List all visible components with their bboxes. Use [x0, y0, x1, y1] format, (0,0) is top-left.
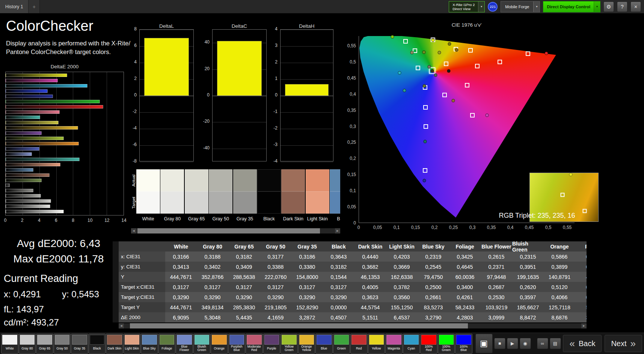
patch-button-100-red[interactable]: 100% Red	[420, 334, 437, 354]
patch-button-100-blue[interactable]: 100% Blue	[455, 334, 472, 354]
patch-button-gray-35[interactable]: Gray 35	[71, 334, 88, 354]
table-row-selector[interactable]	[113, 272, 119, 282]
table-row-selector[interactable]	[113, 252, 119, 262]
patch-color-swatch	[247, 335, 262, 345]
table-scroll-thumb[interactable]	[130, 323, 468, 328]
patch-button-gray-50[interactable]: Gray 50	[54, 334, 71, 354]
close-button[interactable]: ×	[630, 2, 641, 12]
cie-target-square	[465, 83, 469, 87]
delta-y-tick-label: 1	[275, 76, 278, 81]
deltae-bar-foliage	[6, 179, 42, 182]
table-cell: 46,2	[575, 272, 587, 282]
patch-button-red[interactable]: Red	[350, 334, 368, 354]
table-scroll-track[interactable]	[124, 323, 581, 328]
table-cell: 0,4203	[386, 252, 418, 262]
deltae-bar-magenta	[6, 79, 58, 82]
table-cell: 83,5273	[418, 302, 449, 312]
patch-button-orange[interactable]: Orange	[211, 334, 228, 354]
swatch-scrollbar[interactable]: ◀ ▶	[131, 228, 340, 233]
delta-gridline	[140, 30, 193, 30]
capture-button[interactable]: ▤	[550, 338, 561, 349]
patch-button-purplish-blue[interactable]: Purplish Blue	[228, 334, 246, 354]
cie-y-tick-label: 0	[353, 220, 356, 226]
patch-button-gray-65[interactable]: Gray 65	[36, 334, 53, 354]
pattern-window-button[interactable]: ▣	[475, 334, 493, 353]
swatch-scroll-track[interactable]	[136, 228, 335, 233]
patch-button-moderate-red[interactable]: Moderate Red	[246, 334, 263, 354]
back-button[interactable]: « Back	[563, 335, 602, 352]
patch-button-cyan[interactable]: Cyan	[403, 334, 420, 354]
play-button[interactable]: ▶	[507, 338, 518, 349]
deltae-bar-gray-80	[6, 205, 50, 208]
table-cell: 352,8766	[197, 272, 228, 282]
delta-gridline	[281, 30, 333, 30]
table-row-selector[interactable]	[113, 292, 119, 302]
stop-button[interactable]: ■	[494, 338, 505, 349]
add-tab-button[interactable]: +	[29, 0, 40, 13]
patch-button-blue[interactable]: Blue	[315, 334, 333, 354]
table-row-selector[interactable]	[113, 302, 119, 312]
patch-button-dark-skin[interactable]: Dark Skin	[106, 334, 123, 354]
patch-button-magenta[interactable]: Magenta	[385, 334, 403, 354]
patch-label: Orange	[212, 345, 227, 352]
patch-color-swatch	[317, 335, 332, 345]
patch-label: Purplish Blue	[229, 345, 244, 352]
table-cell: 0,26	[575, 292, 587, 302]
delta-gridline	[213, 96, 266, 96]
cie-measurement-dot	[438, 51, 441, 54]
patch-button-white[interactable]: White	[1, 334, 18, 354]
patch-button-bluish-green[interactable]: Bluish Green	[193, 334, 211, 354]
cie-inset-dot	[569, 173, 573, 176]
max-de2000-value: Max dE2000: 11,78	[0, 253, 117, 265]
loop-button[interactable]: ∞	[537, 338, 548, 349]
display-control-dropdown[interactable]: Direct Display Control ▼	[543, 1, 600, 12]
patch-button-100-green[interactable]: 100% Green	[438, 334, 455, 354]
meter-dropdown[interactable]: X-Rite i1Pro 2 Direct View ▼	[449, 1, 485, 12]
delta-y-tick-label: 0	[275, 92, 278, 98]
scroll-right-icon[interactable]: ▶	[335, 228, 340, 233]
cie-y-tick-label: 0,55	[347, 43, 356, 48]
deltae-bar-teal	[6, 116, 40, 119]
record-button[interactable]: ◉	[520, 338, 531, 349]
scroll-left-icon[interactable]: ◀	[119, 323, 124, 328]
table-cell: 285,3830	[228, 302, 260, 312]
table-row-selector[interactable]	[113, 282, 119, 292]
deltac-bar	[217, 41, 262, 96]
patch-button-orange-yellow[interactable]: Orange Yellow	[298, 334, 315, 354]
history-tab[interactable]: History 1	[0, 0, 29, 13]
table-scrollbar[interactable]: ◀ ▶	[119, 323, 587, 328]
patch-label: Moderate Red	[247, 345, 262, 352]
settings-button[interactable]: ⚙	[603, 2, 614, 12]
patch-button-light-skin[interactable]: Light Skin	[124, 334, 141, 354]
help-button[interactable]: ?	[617, 2, 627, 12]
table-cell: 185,6627	[512, 302, 544, 312]
cie-x-axis: 00,050,10,150,20,250,30,350,40,450,50,55	[359, 225, 575, 231]
patch-button-blue-sky[interactable]: Blue Sky	[141, 334, 158, 354]
delta-y-tick-label: -2	[133, 109, 137, 114]
table-row: Target x:CIE310,31270,31270,31270,31270,…	[113, 282, 587, 292]
table-row-selector[interactable]	[113, 262, 119, 272]
patch-button-foliage[interactable]: Foliage	[158, 334, 176, 354]
patch-button-yellow-green[interactable]: Yellow Green	[281, 334, 298, 354]
scroll-left-icon[interactable]: ◀	[131, 228, 136, 233]
patch-label: Dark Skin	[107, 345, 122, 352]
patch-label: Blue Flower	[177, 345, 192, 352]
patch-button-black[interactable]: Black	[89, 334, 106, 354]
patch-button-gray-80[interactable]: Gray 80	[19, 334, 36, 354]
workflow-dropdown[interactable]: Mobile Forge ▼	[501, 1, 540, 12]
patch-button-purple[interactable]: Purple	[263, 334, 281, 354]
patch-button-green[interactable]: Green	[333, 334, 350, 354]
swatch-scroll-thumb[interactable]	[137, 228, 320, 233]
page-subtitle: Display analysis is performed with the X…	[6, 39, 130, 56]
next-button[interactable]: Next »	[605, 335, 642, 352]
cie-target-square	[424, 124, 428, 129]
table-cell: 0,3623	[354, 292, 386, 302]
patch-button-blue-flower[interactable]: Blue Flower	[176, 334, 193, 354]
scroll-right-icon[interactable]: ▶	[581, 323, 587, 328]
table-row-selector[interactable]	[113, 312, 119, 322]
table-cell: 140,8791	[544, 272, 575, 282]
cie-y-tick-label: 0,2	[350, 156, 356, 161]
patch-button-yellow[interactable]: Yellow	[368, 334, 385, 354]
cie-x-tick-label: 0,2	[431, 225, 438, 230]
patch-label: White	[2, 345, 17, 352]
